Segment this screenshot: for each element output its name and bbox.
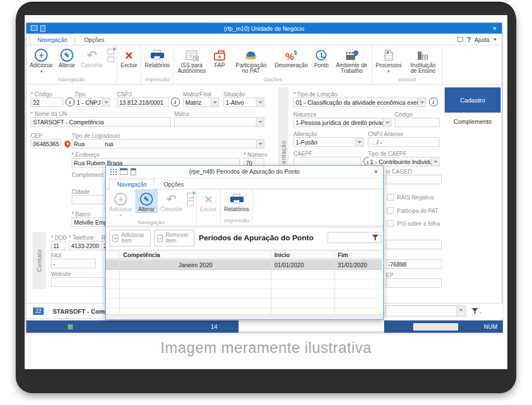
dialog-close-icon[interactable]: ×	[374, 167, 378, 176]
record-filter-icon[interactable]: +	[472, 308, 479, 314]
tab-opcoes[interactable]: Opções	[77, 35, 111, 44]
unlabeled-field[interactable]	[386, 240, 442, 249]
tab-complemento[interactable]: Complemento	[445, 118, 501, 125]
table-row-selected[interactable]: Janeiro 2020 01/01/2020 31/01/2020	[106, 260, 382, 270]
processos-button[interactable]: A Processos ▼	[373, 45, 405, 75]
clock-icon	[316, 50, 326, 60]
dialog-excluir-button[interactable]: × Excluir	[197, 189, 220, 212]
alteracao-select[interactable]: 1-Fusão	[293, 137, 363, 147]
main-close-icon[interactable]: ×	[492, 23, 497, 34]
cnpj-field[interactable]: 13.812.218/0001	[117, 97, 169, 107]
record-bar-right: +	[384, 303, 503, 319]
ponto-button[interactable]: Ponto	[311, 45, 332, 68]
codigo-info-icon[interactable]: i	[66, 97, 74, 106]
matriz-filial-label: Matriz/Filial	[183, 91, 212, 97]
matriz-filial-select[interactable]: Matriz	[183, 97, 219, 107]
codigo-field[interactable]: 22	[31, 97, 63, 107]
cancelar-button[interactable]: ↶ Cancelar	[78, 45, 106, 68]
pis-folha-label: PIS sobre a folha	[397, 221, 440, 227]
participa-pat-checkbox[interactable]	[387, 207, 394, 214]
rais-negativa-checkbox[interactable]	[387, 194, 394, 201]
tipo-select[interactable]: 1 - CNPJ	[74, 97, 110, 107]
alteracao-dropdown-icon[interactable]	[355, 138, 363, 146]
empty-row	[106, 270, 381, 280]
header-inicio[interactable]: Início	[274, 252, 290, 258]
contato-section-tab[interactable]: Contato	[32, 232, 46, 289]
cep2-field[interactable]	[386, 278, 442, 288]
codigo2-field[interactable]	[395, 118, 440, 127]
participacao-pat-button[interactable]: Participação no PAT	[230, 45, 272, 74]
tipo-lotacao-select[interactable]: 01 - Classificação da atividade econômic…	[293, 97, 426, 107]
telefone-field[interactable]: 4133-2200	[69, 241, 104, 250]
dialog-paste-window-icon[interactable]	[187, 201, 194, 206]
help-label[interactable]: Ajuda	[474, 36, 489, 43]
dialog-relatorios-button[interactable]: Relatórios	[221, 189, 252, 212]
situacao-dropdown-icon[interactable]	[256, 98, 264, 106]
adicionar-item-button[interactable]: + Adicionar item	[109, 230, 151, 246]
restore-window-icon[interactable]	[458, 37, 463, 42]
natureza-dropdown-icon[interactable]	[383, 118, 391, 127]
tab-navegacao[interactable]: Navegação	[30, 34, 75, 45]
remover-item-button[interactable]: − Remover item	[154, 230, 194, 246]
matriz-filial-dropdown-icon[interactable]	[211, 98, 218, 106]
dialog-cancelar-button[interactable]: ↶ Cancelar	[157, 189, 185, 212]
website-label: Website	[51, 271, 71, 277]
cidade-label: Cidade	[72, 189, 90, 195]
nome-un-field[interactable]: STARSOFT - Competência	[31, 117, 171, 127]
adicionar-button[interactable]: + Adicionar ▼	[27, 45, 56, 75]
alteracao-label: Alteração	[293, 131, 317, 137]
ambiente-trabalho-button[interactable]: Ambiente de Trabalho	[332, 45, 371, 74]
status-record-count: 14	[211, 323, 217, 330]
fax-field[interactable]: -	[51, 259, 96, 268]
header-competencia[interactable]: Competência	[123, 252, 160, 258]
titlebar-icons	[31, 25, 45, 32]
dialog-clipboard-mini-icons	[185, 189, 195, 206]
natureza-select[interactable]: 1-Pessoa jurídica de direito privad	[293, 118, 391, 127]
help-question-icon[interactable]: ?	[466, 35, 471, 44]
matriz-select[interactable]	[174, 117, 264, 127]
copy-add-icon[interactable]	[108, 49, 114, 54]
dialog-tab-navegacao[interactable]: Navegação	[109, 179, 155, 189]
logradouro-dropdown-icon[interactable]	[256, 139, 264, 148]
cnpj-anterior-field[interactable]: . . / -	[368, 137, 440, 147]
ddd-field[interactable]: 11	[51, 241, 66, 250]
cnpj-info-icon[interactable]: i	[171, 97, 180, 106]
record-combo[interactable]	[385, 305, 466, 316]
cell-competencia: Janeiro 2020	[120, 262, 271, 268]
dialog-alterar-button[interactable]: ✎ Alterar	[136, 189, 157, 213]
ribbon-group-esocial: A Processos ▼ Instituição de Ensino eSoc…	[372, 45, 443, 84]
logradouro-select[interactable]: Rua rua	[72, 139, 264, 148]
tipo-dropdown-icon[interactable]	[102, 98, 110, 106]
record-combo-dropdown-icon[interactable]	[456, 306, 465, 316]
partial-number-field[interactable]: -76898	[386, 259, 442, 269]
excluir-button[interactable]: × Excluir	[118, 45, 140, 68]
tipo-lotacao-info-icon[interactable]: i	[429, 97, 438, 106]
header-fim[interactable]: Fim	[338, 252, 348, 258]
tipo-lotacao-dropdown-icon[interactable]	[418, 98, 426, 106]
relatorios-button[interactable]: Relatórios	[142, 45, 172, 68]
dialog-group-excluir: × Excluir	[197, 189, 221, 225]
location-pin-icon[interactable]	[63, 139, 72, 148]
documentacao-section-tab[interactable]: entação	[278, 87, 288, 166]
paste-window-icon[interactable]	[108, 57, 114, 62]
dialog-copy-add-icon[interactable]	[187, 193, 194, 198]
dialog-adicionar-button[interactable]: + Adicionar ▼	[106, 189, 136, 218]
cep-field[interactable]: 06485365	[31, 139, 61, 148]
tipo-caepf-dropdown-icon[interactable]	[431, 157, 439, 166]
tab-cadastro[interactable]: Cadastro	[445, 87, 501, 113]
situacao-select[interactable]: 1-Ativo	[223, 97, 264, 107]
caged-field[interactable]	[386, 175, 442, 184]
grid-filter-input[interactable]	[328, 232, 381, 243]
record-bar-left[interactable]: 22 STARSOFT - Compet	[26, 303, 106, 319]
iss-autonomos-button[interactable]: ↓% ISS para Autônomos	[174, 45, 209, 74]
pis-folha-checkbox[interactable]	[387, 220, 394, 227]
website-field[interactable]	[51, 277, 105, 287]
logradouro-label: Tipo de Logradouro	[72, 133, 120, 139]
matriz-dropdown-icon[interactable]	[256, 118, 264, 126]
alterar-button[interactable]: ✎ Alterar	[56, 45, 78, 68]
dialog-tab-opcoes[interactable]: Opções	[156, 179, 191, 189]
fap-button[interactable]: + FAP	[209, 45, 230, 68]
main-titlebar: (rfp_m10) Unidade de Negócio ×	[26, 23, 502, 34]
instituicao-ensino-button[interactable]: Instituição de Ensino	[404, 45, 441, 74]
desoneracao-button[interactable]: %$ Desoneração	[272, 45, 310, 68]
